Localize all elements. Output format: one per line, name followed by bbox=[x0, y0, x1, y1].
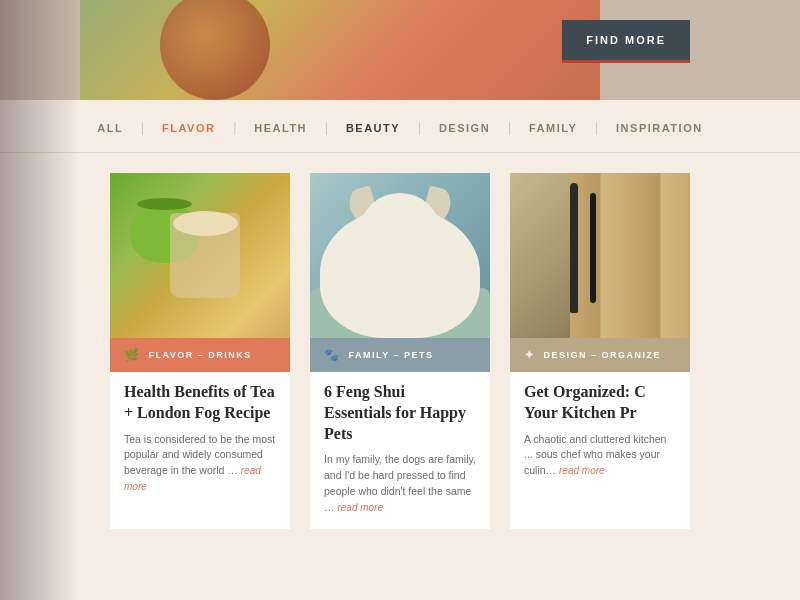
card-pets-image bbox=[310, 173, 490, 338]
card-organize-excerpt: A chaotic and cluttered kitchen ... sous… bbox=[524, 432, 676, 479]
utensil-shape-1 bbox=[570, 183, 578, 313]
card-organize-image bbox=[510, 173, 690, 338]
nav-item-family[interactable]: FAMILY bbox=[511, 118, 595, 138]
card-organize-read-more[interactable]: read more bbox=[559, 465, 605, 476]
card-pets-category-label: FAMILY – PETS bbox=[349, 350, 434, 360]
nav-item-design[interactable]: DESIGN bbox=[421, 118, 508, 138]
card-organize-category-label: DESIGN – ORGANIZE bbox=[544, 350, 662, 360]
category-nav: ALL | FLAVOR | HEALTH | BEAUTY | DESIGN … bbox=[0, 100, 800, 153]
card-organize-body: Get Organized: C Your Kitchen Pr A chaot… bbox=[510, 372, 690, 493]
card-pets: 🐾 FAMILY – PETS 6 Feng Shui Essentials f… bbox=[310, 173, 490, 529]
card-pets-body: 6 Feng Shui Essentials for Happy Pets In… bbox=[310, 372, 490, 529]
card-pets-read-more[interactable]: read more bbox=[337, 502, 383, 513]
flavor-icon: 🌿 bbox=[124, 348, 141, 362]
card-tea-image bbox=[110, 173, 290, 338]
tea-foam-shape bbox=[173, 211, 238, 236]
card-tea-category-label: FLAVOR – DRINKS bbox=[149, 350, 252, 360]
nav-item-all[interactable]: ALL bbox=[79, 118, 141, 138]
cards-container: 🌿 FLAVOR – DRINKS Health Benefits of Tea… bbox=[0, 153, 800, 529]
find-more-button[interactable]: FIND MORE bbox=[562, 20, 690, 63]
wood-panel-shape bbox=[570, 173, 690, 338]
hero-section: FIND MORE bbox=[0, 0, 800, 100]
card-tea-category: 🌿 FLAVOR – DRINKS bbox=[110, 338, 290, 372]
card-pets-title: 6 Feng Shui Essentials for Happy Pets bbox=[324, 382, 476, 444]
organize-icon: ✦ bbox=[524, 348, 536, 362]
card-tea-title: Health Benefits of Tea + London Fog Reci… bbox=[124, 382, 276, 424]
nav-items-container: ALL | FLAVOR | HEALTH | BEAUTY | DESIGN … bbox=[79, 118, 720, 138]
pets-icon: 🐾 bbox=[324, 348, 341, 362]
nav-item-inspiration[interactable]: INSPIRATION bbox=[598, 118, 721, 138]
hero-image bbox=[80, 0, 600, 100]
card-pets-category: 🐾 FAMILY – PETS bbox=[310, 338, 490, 372]
card-organize: ✦ DESIGN – ORGANIZE Get Organized: C You… bbox=[510, 173, 690, 529]
dog-body-shape bbox=[320, 208, 480, 338]
card-tea: 🌿 FLAVOR – DRINKS Health Benefits of Tea… bbox=[110, 173, 290, 529]
card-tea-excerpt: Tea is considered to be the most popular… bbox=[124, 432, 276, 495]
nav-item-flavor[interactable]: FLAVOR bbox=[144, 118, 233, 138]
card-pets-excerpt: In my family, the dogs are family, and I… bbox=[324, 452, 476, 515]
nav-item-health[interactable]: HEALTH bbox=[236, 118, 325, 138]
utensil-shape-2 bbox=[590, 193, 596, 303]
card-organize-category: ✦ DESIGN – ORGANIZE bbox=[510, 338, 690, 372]
card-organize-title: Get Organized: C Your Kitchen Pr bbox=[524, 382, 676, 424]
card-tea-body: Health Benefits of Tea + London Fog Reci… bbox=[110, 372, 290, 509]
nav-item-beauty[interactable]: BEAUTY bbox=[328, 118, 418, 138]
tea-cup-lid-shape bbox=[137, 198, 192, 210]
